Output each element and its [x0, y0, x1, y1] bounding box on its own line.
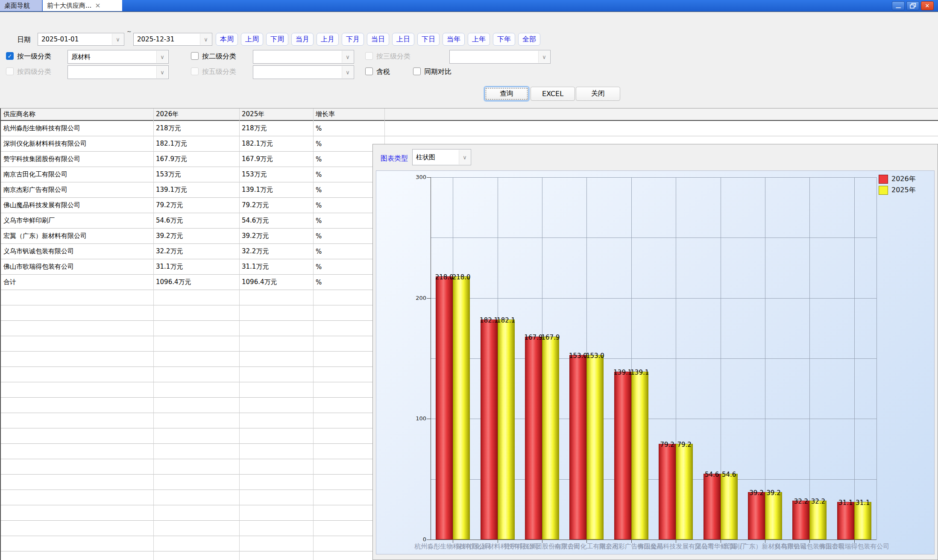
tab-label: 前十大供应商...	[47, 2, 91, 10]
close-icon: ✕	[925, 3, 930, 9]
table-cell: 南京古田化工有限公司	[1, 167, 153, 182]
checkbox-level5[interactable]	[191, 67, 199, 75]
checkbox-level2[interactable]	[191, 52, 199, 60]
checkbox-period-compare[interactable]	[413, 67, 421, 75]
date-to-select[interactable]: 2025-12-31 ∨	[133, 33, 212, 46]
quick-range-button[interactable]: 当日	[367, 33, 389, 46]
chevron-down-icon[interactable]: ∨	[538, 51, 550, 63]
table-cell: 深圳仪化新材料科技有限公司	[1, 136, 153, 151]
table-cell: 39.2万元	[153, 229, 239, 243]
quick-range-button[interactable]: 下月	[342, 33, 364, 46]
column-header[interactable]: 2025年	[239, 108, 313, 120]
query-button[interactable]: 查询	[484, 87, 529, 101]
chevron-down-icon[interactable]: ∨	[459, 150, 470, 164]
quick-range-button[interactable]: 上月	[317, 33, 339, 46]
level2-label: 按二级分类	[202, 52, 236, 61]
quick-range-button[interactable]: 本周	[216, 33, 238, 46]
table-cell: 31.1万元	[239, 259, 313, 274]
level1-select[interactable]: 原材料 ∨	[67, 50, 169, 64]
quick-range-button[interactable]: 全部	[518, 33, 540, 46]
table-cell: 义乌市华鲜印刷厂	[1, 213, 153, 228]
table-cell: 合计	[1, 275, 153, 290]
chevron-down-icon[interactable]: ∨	[112, 34, 123, 45]
level1-label: 按一级分类	[17, 52, 51, 61]
chart-panel: 图表类型 柱状图 ∨	[372, 144, 938, 560]
column-header[interactable]: 增长率	[313, 108, 384, 120]
table-cell: %	[313, 121, 384, 136]
table-cell: 54.6万元	[239, 213, 313, 228]
level2-select[interactable]: ∨	[253, 50, 354, 64]
table-cell: 宏翼（广东）新材料有限公司	[1, 229, 153, 243]
table-column-border	[313, 108, 314, 560]
chevron-down-icon[interactable]: ∨	[156, 66, 168, 78]
table-cell: 32.2万元	[239, 244, 313, 259]
quick-range-button[interactable]: 当月	[291, 33, 314, 46]
quick-range-button[interactable]: 下日	[417, 33, 440, 46]
tab-close-icon[interactable]: ×	[95, 2, 100, 9]
table-cell: 54.6万元	[153, 213, 239, 228]
minimize-button[interactable]: —	[892, 1, 905, 10]
table-cell: 佛山魔晶科技发展有限公司	[1, 198, 153, 213]
quick-range-button[interactable]: 当年	[443, 33, 465, 46]
table-cell: 139.1万元	[239, 182, 313, 197]
date-from-value: 2025-01-01	[41, 35, 79, 43]
table-cell: 218万元	[153, 121, 239, 136]
table-cell: 153万元	[239, 167, 313, 182]
chevron-down-icon[interactable]: ∨	[156, 51, 168, 63]
level1-value: 原材料	[71, 53, 91, 61]
quick-range-button[interactable]: 下周	[266, 33, 288, 46]
chevron-down-icon[interactable]: ∨	[342, 51, 353, 63]
chart-type-select[interactable]: 柱状图 ∨	[412, 149, 471, 165]
checkbox-level4[interactable]	[6, 67, 14, 75]
checkbox-level3[interactable]	[365, 52, 373, 60]
table-cell: 182.1万元	[153, 136, 239, 151]
table-column-border	[153, 108, 154, 560]
table-header-row: 供应商名称2026年2025年增长率	[1, 108, 938, 121]
column-header[interactable]: 供应商名称	[1, 108, 153, 120]
chevron-down-icon[interactable]: ∨	[200, 34, 211, 45]
check-icon: ✓	[8, 53, 12, 59]
checkbox-tax-included[interactable]	[365, 67, 373, 75]
close-button[interactable]: 关闭	[576, 87, 620, 101]
table-cell: 139.1万元	[153, 182, 239, 197]
restore-button[interactable]	[906, 1, 919, 10]
quick-range-button[interactable]: 下年	[493, 33, 515, 46]
table-cell: 佛山市歌瑞得包装有公司	[1, 259, 153, 274]
chart-type-label: 图表类型	[381, 154, 408, 163]
chevron-down-icon[interactable]: ∨	[342, 66, 353, 78]
table-cell: 31.1万元	[153, 259, 239, 274]
table-cell: 赞宇科技集团股份有限公司	[1, 152, 153, 167]
column-header[interactable]: 2026年	[153, 108, 239, 120]
table-row[interactable]: 杭州淼彤生物科技有限公司218万元218万元%	[1, 121, 938, 136]
tax-included-label: 含税	[376, 67, 390, 76]
chart-plot-background	[376, 170, 935, 554]
date-range-separator: ~	[127, 28, 132, 35]
level3-select[interactable]: ∨	[449, 50, 551, 64]
date-from-select[interactable]: 2025-01-01 ∨	[38, 33, 124, 46]
level5-select[interactable]: ∨	[253, 65, 354, 79]
tab-desktop-nav[interactable]: 桌面导航	[0, 0, 42, 11]
table-cell: 32.2万元	[153, 244, 239, 259]
table-cell: 218万元	[239, 121, 313, 136]
table-cell: 1096.4万元	[153, 275, 239, 290]
app-window: 桌面导航 前十大供应商... × — ✕ 日期 2025-01-01 ∨ ~ 2…	[0, 0, 938, 560]
quick-range-button[interactable]: 上年	[468, 33, 490, 46]
table-cell: 义乌市钒诚包装有限公司	[1, 244, 153, 259]
table-cell: 167.9万元	[153, 152, 239, 167]
quick-range-button[interactable]: 上日	[392, 33, 414, 46]
table-cell: 167.9万元	[239, 152, 313, 167]
chart-type-value: 柱状图	[416, 153, 435, 161]
period-compare-label: 同期对比	[424, 67, 451, 76]
level4-select[interactable]: ∨	[67, 65, 169, 79]
excel-button[interactable]: EXCEL	[531, 87, 575, 101]
restore-icon	[910, 3, 916, 9]
table-cell: 39.2万元	[239, 229, 313, 243]
checkbox-level1[interactable]: ✓	[6, 52, 14, 60]
table-cell: 1096.4万元	[239, 275, 313, 290]
table-cell: 79.2万元	[239, 198, 313, 213]
quick-range-button[interactable]: 上周	[241, 33, 263, 46]
tab-top-suppliers[interactable]: 前十大供应商... ×	[43, 0, 122, 11]
level3-label: 按三级分类	[376, 52, 410, 61]
close-window-button[interactable]: ✕	[921, 1, 934, 10]
table-column-border	[239, 108, 240, 560]
